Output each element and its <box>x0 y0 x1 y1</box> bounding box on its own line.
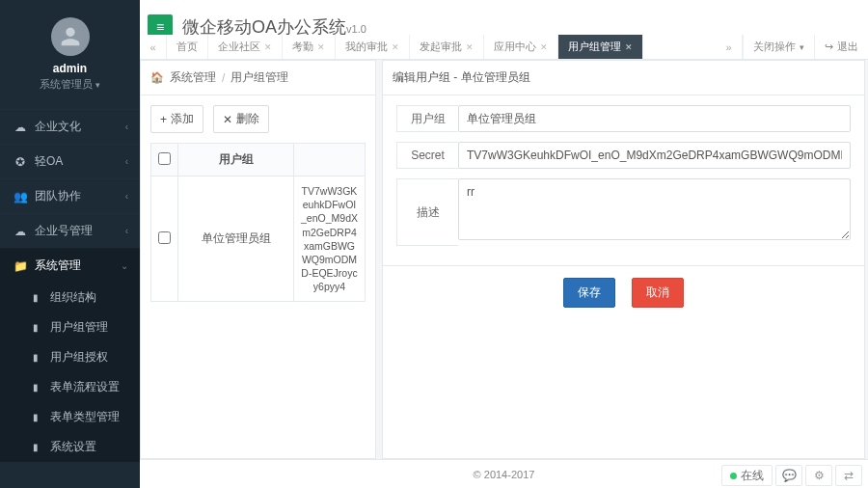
x-icon: ✕ <box>223 113 232 126</box>
close-icon[interactable]: ✕ <box>625 42 633 52</box>
cell-secret: TV7wW3GKeuhkDFwOI_enO_M9dXm2GeDRP4xamGBW… <box>294 176 366 302</box>
file-icon: ▮ <box>33 352 44 363</box>
close-ops-dropdown[interactable]: 关闭操作▾ <box>743 35 814 59</box>
breadcrumb-page: 用户组管理 <box>231 69 288 86</box>
sidebar-item-culture[interactable]: ☁ 企业文化 ‹ <box>0 109 140 144</box>
file-icon: ▮ <box>33 382 44 393</box>
tab-community[interactable]: 企业社区✕ <box>208 35 283 59</box>
subnav-usergroup-auth[interactable]: ▮用户组授权 <box>0 342 140 372</box>
subnav-system-settings[interactable]: ▮系统设置 <box>0 432 140 462</box>
chat-button[interactable]: 💬 <box>775 465 802 486</box>
file-icon: ▮ <box>33 412 44 422</box>
plus-icon: + <box>160 113 167 126</box>
add-button[interactable]: + 添加 <box>150 105 203 133</box>
group-input[interactable] <box>458 105 851 132</box>
desc-textarea[interactable] <box>458 178 851 240</box>
tab-app-center[interactable]: 应用中心✕ <box>484 35 558 59</box>
sidebar-item-label: 企业号管理 <box>35 223 125 239</box>
user-icon <box>57 23 84 50</box>
gear-icon: ⚙ <box>814 469 825 482</box>
avatar[interactable] <box>51 17 90 56</box>
home-icon[interactable]: 🏠 <box>150 71 164 84</box>
user-role: 系统管理员 ▾ <box>0 77 140 92</box>
label-group: 用户组 <box>396 105 458 132</box>
exit-button[interactable]: ↪退出 <box>814 35 868 59</box>
sidebar-item-label: 系统管理 <box>35 258 121 274</box>
sidebar-item-lightoa[interactable]: ✪ 轻OA ‹ <box>0 144 140 178</box>
select-all-checkbox[interactable] <box>158 152 171 165</box>
tab-attendance[interactable]: 考勤✕ <box>283 35 336 59</box>
chevron-left-icon: ‹ <box>125 226 128 236</box>
sidebar-item-enterprise[interactable]: ☁ 企业号管理 ‹ <box>0 213 140 248</box>
sidebar-item-label: 团队协作 <box>35 188 125 204</box>
close-icon[interactable]: ✕ <box>540 42 548 52</box>
users-icon: 👥 <box>14 190 27 203</box>
content: 🏠 系统管理 / 用户组管理 + 添加 ✕ 删除 用户组 <box>140 60 868 459</box>
sidebar-item-team[interactable]: 👥 团队协作 ‹ <box>0 178 140 213</box>
chevron-left-icon: ‹ <box>125 122 128 132</box>
secret-input[interactable] <box>458 142 851 169</box>
save-button[interactable]: 保存 <box>563 278 615 308</box>
chevron-down-icon: ▾ <box>800 42 804 52</box>
settings-button[interactable]: ⚙ <box>805 465 832 486</box>
swap-icon: ⇄ <box>844 469 854 482</box>
close-icon[interactable]: ✕ <box>466 42 474 52</box>
copyright: © 2014-2017 <box>474 469 535 480</box>
sidebar-item-label: 企业文化 <box>35 119 125 135</box>
app-version: v1.0 <box>346 23 366 35</box>
chevron-left-icon: ‹ <box>125 156 128 167</box>
breadcrumb-section[interactable]: 系统管理 <box>170 69 216 86</box>
chevron-left-icon: ‹ <box>125 191 128 202</box>
cancel-button[interactable]: 取消 <box>632 278 684 308</box>
gear-icon: ✪ <box>14 155 27 169</box>
tab-start-approval[interactable]: 发起审批✕ <box>410 35 484 59</box>
swap-button[interactable]: ⇄ <box>835 465 862 486</box>
online-status-button[interactable]: 在线 <box>721 465 773 486</box>
tabs-scroll-right[interactable]: » <box>716 35 743 59</box>
delete-button[interactable]: ✕ 删除 <box>213 105 269 133</box>
close-icon[interactable]: ✕ <box>264 42 272 52</box>
subnav-usergroup-manage[interactable]: ▮用户组管理 <box>0 312 140 342</box>
column-secret <box>294 144 366 176</box>
subnav-form-type[interactable]: ▮表单类型管理 <box>0 402 140 432</box>
tabs-row: « 首页 企业社区✕ 考勤✕ 我的审批✕ 发起审批✕ 应用中心✕ 用户组管理✕ … <box>140 35 868 60</box>
sidebar-subnav: ▮组织结构 ▮用户组管理 ▮用户组授权 ▮表单流程设置 ▮表单类型管理 ▮系统设… <box>0 283 140 462</box>
subnav-org[interactable]: ▮组织结构 <box>0 283 140 312</box>
tabs-scroll-left[interactable]: « <box>140 35 167 59</box>
menu-icon: ≡ <box>156 19 164 35</box>
cloud-icon: ☁ <box>14 225 27 238</box>
folder-icon: 📁 <box>14 259 27 273</box>
edit-panel: 编辑用户组 - 单位管理员组 用户组 Secret 描述 <box>382 60 865 459</box>
sidebar-item-label: 轻OA <box>35 153 125 170</box>
cell-group: 单位管理员组 <box>178 176 294 302</box>
file-icon: ▮ <box>33 292 44 303</box>
chevron-down-icon: ⌄ <box>121 260 128 271</box>
user-name: admin <box>0 62 140 75</box>
list-panel: 🏠 系统管理 / 用户组管理 + 添加 ✕ 删除 用户组 <box>140 60 376 459</box>
column-group: 用户组 <box>178 144 294 176</box>
sidebar: admin 系统管理员 ▾ ☁ 企业文化 ‹ ✪ 轻OA ‹ 👥 团队协作 ‹ … <box>0 0 140 488</box>
tab-home[interactable]: 首页 <box>167 35 208 59</box>
user-block: admin 系统管理员 ▾ <box>0 0 140 101</box>
sidebar-item-system[interactable]: 📁 系统管理 ⌄ <box>0 248 140 283</box>
label-secret: Secret <box>396 142 458 169</box>
subnav-form-flow[interactable]: ▮表单流程设置 <box>0 372 140 402</box>
edit-panel-title: 编辑用户组 - 单位管理员组 <box>383 61 864 95</box>
file-icon: ▮ <box>33 322 44 333</box>
cloud-icon: ☁ <box>14 121 27 134</box>
exit-icon: ↪ <box>825 41 833 53</box>
breadcrumb: 🏠 系统管理 / 用户组管理 <box>141 61 375 95</box>
file-icon: ▮ <box>33 442 44 452</box>
table-row[interactable]: 单位管理员组 TV7wW3GKeuhkDFwOI_enO_M9dXm2GeDRP… <box>151 176 366 302</box>
tab-usergroup-manage[interactable]: 用户组管理✕ <box>558 35 643 59</box>
close-icon[interactable]: ✕ <box>317 42 325 52</box>
group-table: 用户组 单位管理员组 TV7wW3GKeuhkDFwOI_enO_M9dXm2G… <box>150 143 366 302</box>
label-desc: 描述 <box>396 178 458 246</box>
sidebar-nav: ☁ 企业文化 ‹ ✪ 轻OA ‹ 👥 团队协作 ‹ ☁ 企业号管理 ‹ 📁 系统… <box>0 109 140 462</box>
tab-my-approval[interactable]: 我的审批✕ <box>336 35 410 59</box>
status-dot-icon <box>730 473 737 479</box>
close-icon[interactable]: ✕ <box>392 42 399 52</box>
chat-icon: 💬 <box>782 469 797 482</box>
footer: © 2014-2017 在线 💬 ⚙ ⇄ <box>140 459 868 488</box>
row-checkbox[interactable] <box>158 231 171 244</box>
